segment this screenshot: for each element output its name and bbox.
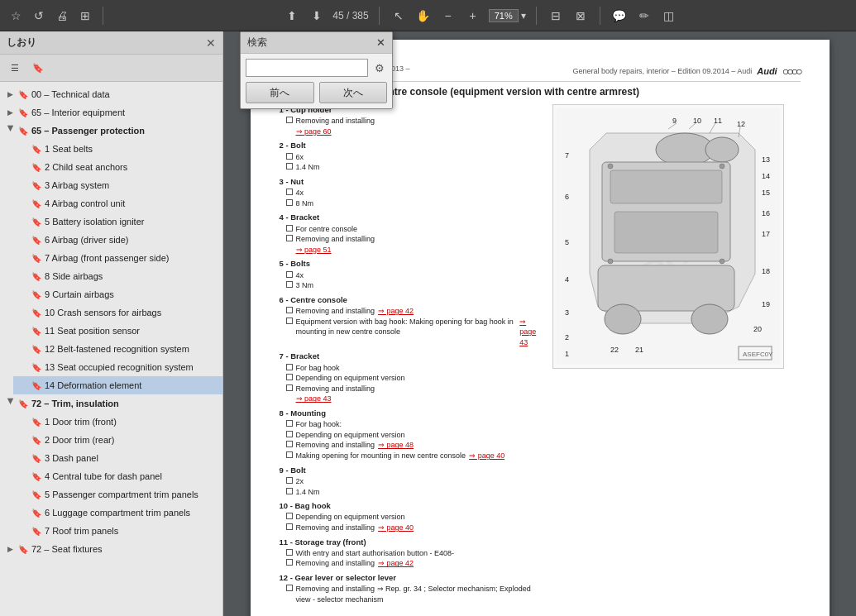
sidebar-item-72_4[interactable]: ▶ 🔖 4 Central tube for dash panel: [13, 467, 222, 485]
sidebar-item-5[interactable]: ▶ 🔖 5 Battery isolation igniter: [13, 212, 222, 231]
sidebar-item-3[interactable]: ▶ 🔖 3 Airbag system: [13, 176, 222, 194]
sidebar-label-72_6: 6 Luggage compartment trim panels: [45, 508, 218, 518]
sidebar-expand-btn[interactable]: ☰: [5, 58, 25, 78]
print-icon[interactable]: 🖨: [53, 7, 71, 25]
search-input-row: ⚙: [246, 59, 387, 77]
link-6b[interactable]: ⇒ page 43: [519, 317, 543, 348]
link-10b[interactable]: ⇒ page 40: [378, 523, 414, 533]
sidebar-item-13[interactable]: ▶ 🔖 13 Seat occupied recognition system: [13, 358, 222, 376]
sidebar-item-72[interactable]: ▶ 🔖 72 – Trim, insulation: [0, 394, 222, 413]
sidebar-item-72_2[interactable]: ▶ 🔖 2 Door trim (rear): [13, 431, 222, 449]
checkbox-7a: [286, 364, 293, 370]
bookmark-icon-72_7: 🔖: [31, 525, 42, 537]
svg-text:13: 13: [762, 155, 770, 164]
hand-icon[interactable]: ✋: [414, 7, 433, 25]
sidebar-label-72_4: 4 Central tube for dash panel: [45, 471, 218, 481]
checkbox-11a: [286, 549, 293, 556]
part-detail-7c: Removing and installing: [280, 384, 544, 394]
sidebar-label-00: 00 – Technical data: [31, 89, 218, 99]
comment-icon[interactable]: 💬: [610, 7, 629, 25]
sidebar-item-72_1[interactable]: ▶ 🔖 1 Door trim (front): [13, 413, 222, 431]
checkbox-4b: [286, 235, 293, 241]
part-detail-3a: 4x: [280, 188, 544, 198]
diagram-svg: AUDI AG 9 10 11 12 13 14 15 16 17 18: [557, 108, 780, 365]
link-8d[interactable]: ⇒ page 40: [469, 451, 505, 461]
part-num-11: 11 - Storage tray (front): [280, 537, 544, 548]
part-num-9: 9 - Bolt: [280, 465, 544, 476]
stamp-icon[interactable]: ◫: [660, 7, 678, 25]
sidebar-item-72b[interactable]: ▶ 🔖 72 – Seat fixtures: [0, 540, 222, 558]
link-6a[interactable]: ⇒ page 42: [378, 306, 414, 317]
link-8c[interactable]: ⇒ page 48: [378, 440, 414, 451]
rotate-left-icon[interactable]: ↺: [30, 7, 48, 25]
sidebar-item-00[interactable]: ▶ 🔖 00 – Technical data: [0, 85, 222, 103]
pdf-text-col: 1 - Cup holder Removing and installing ⇒…: [280, 104, 544, 608]
bookmark-icon[interactable]: ☆: [7, 7, 25, 25]
sidebar-item-11[interactable]: ▶ 🔖 11 Seat position sensor: [13, 322, 222, 340]
page-number-display: 45 / 385: [332, 10, 368, 21]
svg-text:12: 12: [737, 120, 745, 128]
search-buttons: 前へ 次へ: [246, 82, 387, 103]
part-num-10: 10 - Bag hook: [280, 500, 544, 512]
sidebar-label-1: 1 Seat belts: [45, 144, 218, 154]
svg-text:17: 17: [762, 230, 770, 238]
sidebar-item-2[interactable]: ▶ 🔖 2 Child seat anchors: [13, 158, 222, 176]
search-next-button[interactable]: 次へ: [319, 82, 388, 103]
checkbox-10b: [286, 523, 293, 530]
search-prev-button[interactable]: 前へ: [246, 82, 314, 103]
sidebar-item-72_7[interactable]: ▶ 🔖 7 Roof trim panels: [13, 522, 222, 540]
part-detail-9b: 1.4 Nm: [280, 487, 544, 498]
link-4c[interactable]: ⇒ page 51: [296, 245, 332, 255]
sidebar-item-9[interactable]: ▶ 🔖 9 Curtain airbags: [13, 285, 222, 303]
checkbox-7c: [286, 384, 293, 391]
sidebar-item-6[interactable]: ▶ 🔖 6 Airbag (driver side): [13, 231, 222, 249]
link-1b[interactable]: ⇒ page 60: [296, 127, 332, 137]
sidebar-bookmark-btn[interactable]: 🔖: [28, 58, 48, 78]
sidebar-item-72_5[interactable]: ▶ 🔖 5 Passenger compartment trim panels: [13, 485, 222, 504]
part-4: 4 - Bracket For centre console Removing …: [280, 212, 544, 255]
link-7d[interactable]: ⇒ page 43: [296, 394, 332, 404]
sidebar-item-4[interactable]: ▶ 🔖 4 Airbag control unit: [13, 194, 222, 212]
zoom-value[interactable]: 71%: [489, 9, 519, 22]
svg-point-32: [720, 164, 724, 169]
tree-arrow-00: ▶: [5, 89, 15, 99]
sidebar-item-14[interactable]: ▶ 🔖 14 Deformation element: [13, 376, 222, 394]
sidebar-item-10[interactable]: ▶ 🔖 10 Crash sensors for airbags: [13, 303, 222, 322]
bookmark-icon-72_4: 🔖: [31, 470, 42, 482]
part-detail-7a: For bag hook: [280, 363, 544, 374]
sep4: [600, 7, 600, 25]
close-sidebar-icon[interactable]: ✕: [206, 36, 216, 50]
sidebar-item-12[interactable]: ▶ 🔖 12 Belt-fastened recognition system: [13, 340, 222, 358]
search-settings-icon[interactable]: ⚙: [371, 60, 387, 76]
zoom-out-icon[interactable]: −: [439, 7, 457, 25]
checkbox-8d: [286, 451, 293, 458]
cursor-icon[interactable]: ↖: [390, 7, 408, 25]
sidebar-item-1[interactable]: ▶ 🔖 1 Seat belts: [13, 140, 222, 158]
zoom-fit-icon[interactable]: ⊞: [76, 7, 94, 25]
sidebar-label-11: 11 Seat position sensor: [45, 326, 218, 336]
part-3: 3 - Nut 4x 8 Nm: [280, 176, 544, 208]
upload-icon[interactable]: ⬆: [283, 7, 301, 25]
zoom-dropdown-arrow[interactable]: ▾: [521, 10, 526, 21]
pdf-content: 1 - Cup holder Removing and installing ⇒…: [280, 104, 801, 608]
sidebar-item-72_6[interactable]: ▶ 🔖 6 Luggage compartment trim panels: [13, 504, 222, 522]
close-search-icon[interactable]: ✕: [376, 36, 385, 49]
sidebar-label-72_2: 2 Door trim (rear): [45, 435, 218, 445]
fit-width-icon[interactable]: ⊟: [547, 7, 565, 25]
sidebar-item-65p[interactable]: ▶ 🔖 65 – Passenger protection: [0, 122, 222, 140]
pdf-area[interactable]: Audi Q3 2012 – , Audi Q3 China 2013 – Ge…: [223, 31, 856, 616]
sidebar-item-7[interactable]: ▶ 🔖 7 Airbag (front passenger side): [13, 249, 222, 267]
checkbox-4a: [286, 225, 293, 232]
sidebar-item-72_3[interactable]: ▶ 🔖 3 Dash panel: [13, 449, 222, 467]
search-input[interactable]: [246, 59, 368, 77]
sidebar-label-8: 8 Side airbags: [45, 271, 218, 281]
part-detail-4a: For centre console: [280, 224, 544, 235]
download-icon[interactable]: ⬇: [308, 7, 326, 25]
zoom-in-icon[interactable]: +: [464, 7, 482, 25]
fit-page-icon[interactable]: ⊠: [571, 7, 590, 25]
link-11b[interactable]: ⇒ page 42: [378, 558, 414, 569]
sidebar-item-8[interactable]: ▶ 🔖 8 Side airbags: [13, 267, 222, 285]
checkbox-12a: [286, 585, 293, 591]
draw-icon[interactable]: ✏: [635, 7, 653, 25]
sidebar-item-65i[interactable]: ▶ 🔖 65 – Interior equipment: [0, 103, 222, 122]
